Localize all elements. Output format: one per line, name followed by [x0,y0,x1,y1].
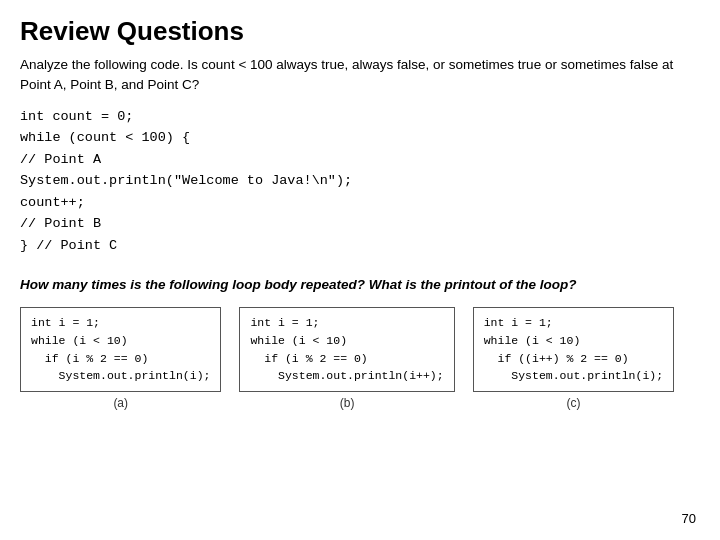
code-box-c-wrapper: int i = 1; while (i < 10) if ((i++) % 2 … [473,307,674,410]
page-title: Review Questions [20,16,700,47]
code-box-b: int i = 1; while (i < 10) if (i % 2 == 0… [239,307,454,392]
code-line-5: count++; [20,192,700,214]
code-block-1: int count = 0; while (count < 100) { // … [20,106,700,257]
code-line-7: } // Point C [20,235,700,257]
code-box-c-label: (c) [566,396,580,410]
page-number: 70 [682,511,696,526]
code-line-4: System.out.println("Welcome to Java!\n")… [20,170,700,192]
code-box-a-label: (a) [113,396,128,410]
code-box-c: int i = 1; while (i < 10) if ((i++) % 2 … [473,307,674,392]
question1-text: Analyze the following code. Is count < 1… [20,55,700,96]
code-box-a-wrapper: int i = 1; while (i < 10) if (i % 2 == 0… [20,307,221,410]
code-box-a: int i = 1; while (i < 10) if (i % 2 == 0… [20,307,221,392]
code-boxes-container: int i = 1; while (i < 10) if (i % 2 == 0… [20,307,700,410]
code-line-2: while (count < 100) { [20,127,700,149]
code-box-b-wrapper: int i = 1; while (i < 10) if (i % 2 == 0… [239,307,454,410]
code-line-1: int count = 0; [20,106,700,128]
code-line-3: // Point A [20,149,700,171]
code-line-6: // Point B [20,213,700,235]
code-box-b-label: (b) [340,396,355,410]
question2-text: How many times is the following loop bod… [20,275,700,295]
